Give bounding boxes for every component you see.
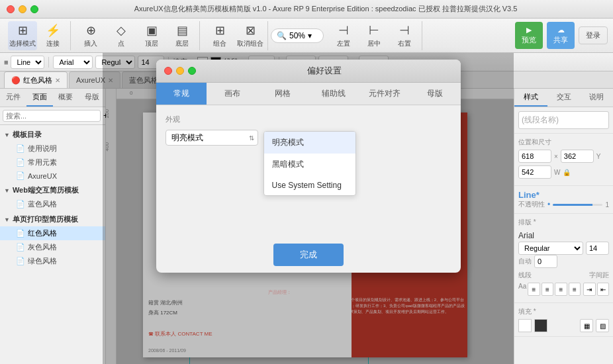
right-tab-interaction[interactable]: 交互 <box>547 89 581 107</box>
tree-item-red[interactable]: 📄 红色风格 <box>0 226 105 240</box>
tree-item-common[interactable]: 📄 常用元素 <box>0 156 105 169</box>
right-tab-style[interactable]: 样式 <box>514 89 547 107</box>
select-icon: ⊞ <box>18 23 28 38</box>
fill-swatch[interactable] <box>518 319 532 332</box>
tree-group-templates-label: 模板目录 <box>13 130 42 140</box>
align-justify-btn[interactable]: ≡ <box>569 283 581 296</box>
pref-close-button[interactable] <box>164 67 172 75</box>
tree-item-green[interactable]: 📄 绿色风格 <box>0 254 105 268</box>
align-right-button[interactable]: ⊣ 右置 <box>390 21 419 50</box>
page-icon: 📄 <box>16 144 25 153</box>
panel-tab-components[interactable]: 元件 <box>0 89 26 107</box>
ungroup-button[interactable]: ⊠ 取消组合 <box>236 21 265 50</box>
zoom-control[interactable]: 🔍 50% ▾ <box>271 28 324 43</box>
y-input[interactable] <box>561 150 594 163</box>
font-name: Arial <box>518 230 609 242</box>
dropdown-item-dark[interactable]: 黑暗模式 <box>264 154 355 175</box>
tree-item-gray[interactable]: 📄 灰色风格 <box>0 240 105 254</box>
pref-section-label: 外观 <box>165 114 451 124</box>
opacity-slider[interactable] <box>553 204 602 206</box>
pref-titlebar: 偏好设置 <box>156 60 461 83</box>
panel-tab-outline[interactable]: 概要 <box>53 89 79 107</box>
align-center-btn[interactable]: ≡ <box>542 283 553 296</box>
text-align-row: Aa ≡ ≡ ≡ ≡ ⇥ ⇤ <box>518 283 609 296</box>
dot-icon: • <box>547 200 550 209</box>
char-spacing-input[interactable] <box>534 255 557 268</box>
wh-row: W 🔒 <box>518 165 609 179</box>
align-center-button[interactable]: ⊢ 居中 <box>359 21 389 50</box>
tab-close-red[interactable]: ✕ <box>55 77 60 84</box>
tree-group-templates-header[interactable]: ▼ 模板目录 <box>0 128 105 142</box>
page-icon: 📄 <box>16 200 25 208</box>
aa-label: Aa <box>518 283 526 296</box>
bottom-layer-button[interactable]: ▤ 底层 <box>167 21 197 50</box>
line-name-placeholder[interactable]: (线段名称) <box>518 111 609 129</box>
traffic-lights <box>7 5 38 13</box>
pref-nav-grid[interactable]: 网格 <box>258 83 308 105</box>
pref-nav-general[interactable]: 常规 <box>156 83 207 105</box>
dropdown-item-system[interactable]: Use System Setting <box>264 175 355 195</box>
bottom-layer-icon: ▤ <box>177 23 188 38</box>
point-button[interactable]: ◇ 点 <box>107 21 136 50</box>
page-icon: 📄 <box>16 229 25 238</box>
tree-item-blue[interactable]: 📄 蓝色风格 <box>0 197 105 211</box>
select-mode-button[interactable]: ⊞ 选择模式 <box>8 21 37 50</box>
titlebar: AxureUX信息化精美简历模板精简版 v1.0 - Axure RP 9 En… <box>0 0 613 19</box>
connect-button[interactable]: ⚡ 连接 <box>38 21 68 50</box>
preference-overlay: 偏好设置 常规 画布 网格 辅助线 元件对齐 母版 外观 <box>103 53 514 364</box>
group-actions: ⊞ 组合 ⊠ 取消组合 <box>203 21 268 50</box>
element-type-select[interactable]: Line <box>11 56 44 69</box>
close-button[interactable] <box>7 5 15 13</box>
chevron-down-icon: ▾ <box>308 31 312 40</box>
login-button[interactable]: 登录 <box>579 26 608 44</box>
top-layer-button[interactable]: ▣ 顶层 <box>137 21 166 50</box>
pref-nav-align[interactable]: 元件对齐 <box>359 83 410 105</box>
x-input[interactable] <box>518 150 551 163</box>
font-family-select[interactable]: Arial <box>53 56 93 69</box>
pref-minimize-button[interactable] <box>176 67 184 75</box>
font-size-right-input[interactable] <box>586 242 609 255</box>
panel-search-input[interactable] <box>3 110 101 122</box>
fill-swatch-secondary[interactable] <box>534 319 547 332</box>
tab-red-style[interactable]: 🔴 红色风格 ✕ <box>4 71 68 88</box>
chevron-down-icon: ▼ <box>4 132 10 138</box>
pref-nav-guides[interactable]: 辅助线 <box>308 83 359 105</box>
page-icon: 📄 <box>16 257 25 265</box>
align-center-icon: ⊢ <box>369 23 379 38</box>
right-tab-notes[interactable]: 说明 <box>580 89 613 107</box>
align-left-btn[interactable]: ≡ <box>528 283 540 296</box>
panel-tab-masters[interactable]: 母版 <box>79 89 105 107</box>
align-right-btn[interactable]: ≡ <box>555 283 567 296</box>
point-icon: ◇ <box>117 23 126 38</box>
fill-pattern-btn[interactable]: ▦ <box>580 319 593 332</box>
outdent-btn[interactable]: ⇤ <box>597 283 609 296</box>
group-icon: ⊞ <box>215 23 225 38</box>
align-left-button[interactable]: ⊣ 左置 <box>329 21 358 50</box>
dropdown-item-light[interactable]: 明亮模式 <box>264 132 355 154</box>
pref-footer: 完成 <box>156 237 461 273</box>
group-button[interactable]: ⊞ 组合 <box>205 21 234 50</box>
tree-group-web-header[interactable]: ▼ Web端交互简历模板 <box>0 183 105 197</box>
tree-group-print-header[interactable]: ▼ 单页打印型简历模板 <box>0 212 105 226</box>
font-style-select[interactable]: Regular <box>518 242 583 255</box>
spacing-row: 自动 <box>518 255 609 268</box>
right-panel-tabs: 样式 交互 说明 <box>514 89 613 107</box>
w-input[interactable] <box>518 165 551 179</box>
pref-done-button[interactable]: 完成 <box>273 244 344 266</box>
fill-gradient-btn[interactable]: ▨ <box>596 319 609 332</box>
insert-button[interactable]: ⊕ 插入 <box>76 21 105 50</box>
panel-tab-pages[interactable]: 页面 <box>26 89 53 107</box>
appearance-select[interactable]: 明亮模式 黑暗模式 Use System Setting <box>165 130 258 146</box>
pref-nav-canvas[interactable]: 画布 <box>207 83 258 105</box>
pref-nav-masters[interactable]: 母版 <box>410 83 461 105</box>
tree-item-axureux[interactable]: 📄 AxureUX <box>0 169 105 182</box>
fullscreen-button[interactable] <box>30 5 38 13</box>
tree-item-usage[interactable]: 📄 使用说明 <box>0 142 105 156</box>
pref-fullscreen-button[interactable] <box>188 67 196 75</box>
share-button[interactable]: ☁ 共享 <box>547 22 575 49</box>
preview-button[interactable]: ▶ 预览 <box>515 22 543 49</box>
indent-btn[interactable]: ⇥ <box>583 283 595 296</box>
minimize-button[interactable] <box>19 5 26 13</box>
chevron-down-icon: ▼ <box>4 216 10 223</box>
y-label: Y <box>596 153 601 160</box>
